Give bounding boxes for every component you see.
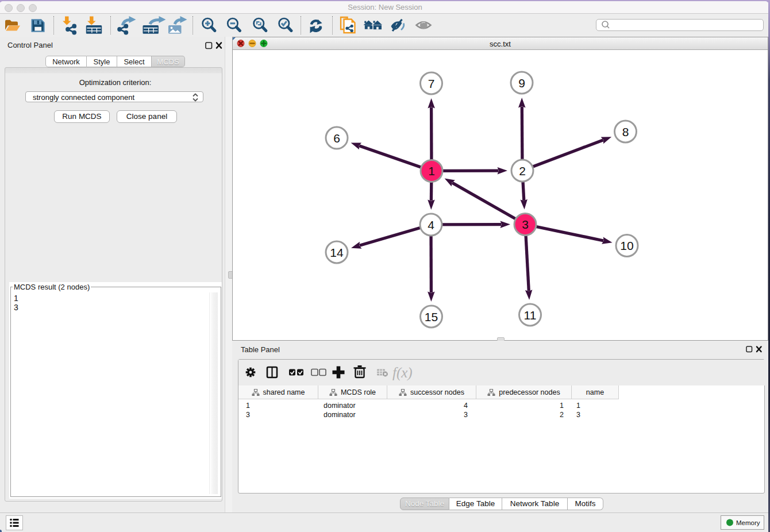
svg-text:f(x): f(x) xyxy=(392,365,413,381)
svg-text:6: 6 xyxy=(333,132,340,145)
svg-text:7: 7 xyxy=(428,77,435,90)
svg-text:14: 14 xyxy=(330,246,344,259)
svg-text:9: 9 xyxy=(518,76,525,90)
svg-text:11: 11 xyxy=(524,309,537,322)
svg-text:4: 4 xyxy=(428,218,434,232)
svg-text:8: 8 xyxy=(622,125,629,138)
svg-text:15: 15 xyxy=(425,310,438,323)
svg-text:2: 2 xyxy=(519,164,526,178)
svg-text:3: 3 xyxy=(522,218,529,231)
svg-text:1: 1 xyxy=(428,164,435,178)
svg-text:Memory: Memory xyxy=(736,519,760,526)
svg-text:10: 10 xyxy=(620,239,633,252)
